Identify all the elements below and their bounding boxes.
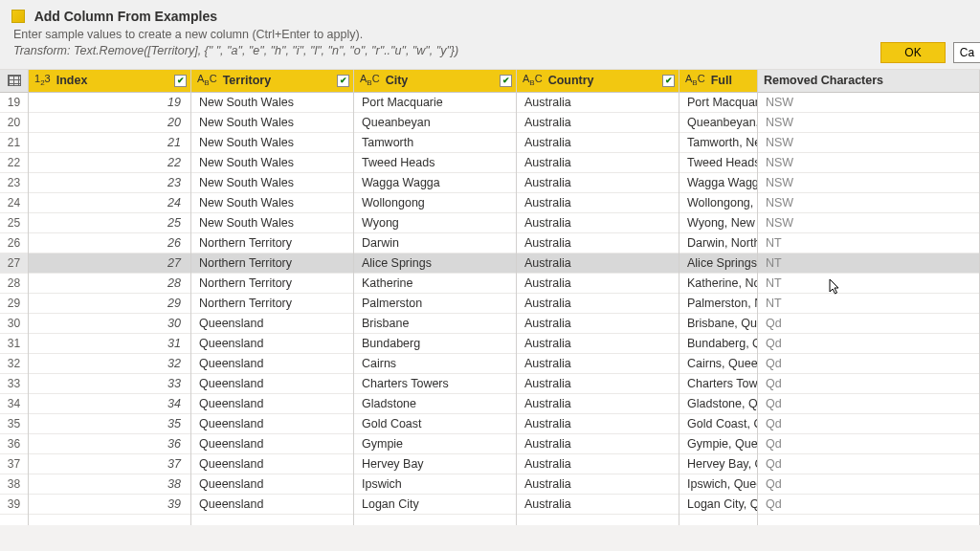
row-number[interactable]: 39 (0, 495, 28, 515)
column-header-index[interactable]: 123 Index ✔ (29, 70, 190, 93)
cell-index[interactable]: 26 (29, 233, 190, 253)
cell-city[interactable]: Hervey Bay (354, 454, 516, 474)
row-number[interactable]: 28 (0, 274, 28, 294)
cell-full[interactable]: Tamworth, Ne (679, 133, 757, 153)
cell-territory[interactable]: Northern Territory (191, 294, 353, 314)
cell-territory[interactable]: Queensland (191, 394, 353, 414)
cell-index[interactable]: 32 (29, 354, 190, 374)
cell-territory[interactable]: Queensland (191, 474, 353, 495)
cell-territory[interactable]: Queensland (191, 354, 353, 374)
cell-city[interactable]: Queanbeyan (354, 113, 516, 133)
cell-removed-characters[interactable]: Qd (758, 454, 979, 474)
cell-full[interactable]: Cairns, Queens (679, 354, 757, 374)
filter-icon[interactable]: ✔ (337, 75, 349, 87)
cell-removed-characters[interactable]: NSW (758, 193, 979, 213)
cell-city[interactable]: Charters Towers (354, 374, 516, 394)
cell-territory[interactable]: Queensland (191, 314, 353, 334)
cell-removed-characters[interactable]: NT (758, 274, 979, 294)
cell-full[interactable]: Ipswich, Queer (679, 474, 757, 495)
cell-city[interactable]: Gold Coast (354, 414, 516, 434)
column-header-city[interactable]: ABC City ✔ (354, 70, 516, 93)
cell-full[interactable]: Tweed Heads, (679, 153, 757, 173)
cell-city[interactable]: Ipswich (354, 474, 516, 495)
cell-removed-characters[interactable]: NT (758, 253, 979, 274)
cell-country[interactable]: Australia (517, 454, 679, 474)
cell-index[interactable]: 39 (29, 495, 190, 515)
filter-icon[interactable]: ✔ (662, 75, 675, 87)
cell-full[interactable]: Darwin, Northe (679, 233, 757, 253)
cell-city[interactable]: Tamworth (354, 133, 516, 153)
filter-icon[interactable]: ✔ (500, 75, 512, 87)
cell-city[interactable]: Wyong (354, 213, 516, 233)
row-number[interactable]: 23 (0, 173, 28, 193)
column-header-removed[interactable]: Removed Characters (758, 70, 979, 93)
data-grid[interactable]: 1920212223242526272829303132333435363738… (0, 70, 980, 525)
filter-icon[interactable]: ✔ (174, 75, 187, 87)
cell-country[interactable]: Australia (517, 133, 679, 153)
cell-territory[interactable]: Queensland (191, 434, 353, 454)
cell-removed-characters[interactable]: NT (758, 233, 979, 253)
cell-country[interactable]: Australia (517, 414, 679, 434)
cell-city[interactable]: Wagga Wagga (354, 173, 516, 193)
cell-removed-characters[interactable]: Qd (758, 334, 979, 354)
cell-full[interactable]: Wyong, New S (679, 213, 757, 233)
cell-index[interactable]: 20 (29, 113, 190, 133)
cell-full[interactable]: Wagga Wagga, (679, 173, 757, 193)
cell-country[interactable]: Australia (517, 173, 679, 193)
row-number[interactable]: 31 (0, 334, 28, 354)
row-number[interactable]: 22 (0, 153, 28, 173)
row-number[interactable]: 29 (0, 294, 28, 314)
cell-full[interactable]: Gympie, Quee (679, 434, 757, 454)
row-number[interactable]: 24 (0, 193, 28, 213)
row-number[interactable]: 36 (0, 434, 28, 454)
cell-country[interactable]: Australia (517, 334, 679, 354)
cell-index[interactable]: 29 (29, 294, 190, 314)
cell-territory[interactable]: New South Wales (191, 173, 353, 193)
cell-country[interactable]: Australia (517, 354, 679, 374)
row-number[interactable]: 27 (0, 253, 28, 274)
cell-territory[interactable]: New South Wales (191, 193, 353, 213)
cell-index[interactable]: 36 (29, 434, 190, 454)
cell-index[interactable]: 19 (29, 93, 190, 113)
cell-territory[interactable]: New South Wales (191, 213, 353, 233)
cell-index[interactable]: 24 (29, 193, 190, 213)
cell-city[interactable]: Darwin (354, 233, 516, 253)
cell-country[interactable]: Australia (517, 193, 679, 213)
cell-removed-characters[interactable]: Qd (758, 374, 979, 394)
cell-country[interactable]: Australia (517, 153, 679, 173)
cell-country[interactable]: Australia (517, 253, 679, 274)
cell-country[interactable]: Australia (517, 495, 679, 515)
cell-territory[interactable]: New South Wales (191, 133, 353, 153)
cell-index[interactable]: 22 (29, 153, 190, 173)
cell-full[interactable]: Hervey Bay, Qu (679, 454, 757, 474)
cell-removed-characters[interactable]: Qd (758, 474, 979, 495)
row-number[interactable]: 26 (0, 233, 28, 253)
row-number[interactable]: 20 (0, 113, 28, 133)
cell-full[interactable]: Alice Springs, N (679, 253, 757, 274)
cell-city[interactable]: Katherine (354, 274, 516, 294)
cell-removed-characters[interactable]: NSW (758, 213, 979, 233)
cell-full[interactable]: Charters Towe (679, 374, 757, 394)
cell-index[interactable]: 23 (29, 173, 190, 193)
cell-removed-characters[interactable]: Qd (758, 414, 979, 434)
cell-full[interactable]: Gladstone, Qu (679, 394, 757, 414)
cell-country[interactable]: Australia (517, 394, 679, 414)
cell-country[interactable]: Australia (517, 93, 679, 113)
row-number[interactable]: 30 (0, 314, 28, 334)
cell-index[interactable]: 33 (29, 374, 190, 394)
cell-removed-characters[interactable]: Qd (758, 354, 979, 374)
cell-country[interactable]: Australia (517, 233, 679, 253)
column-header-country[interactable]: ABC Country ✔ (517, 70, 679, 93)
cell-full[interactable]: Palmerston, Ne (679, 294, 757, 314)
cell-territory[interactable]: Queensland (191, 454, 353, 474)
cell-city[interactable]: Logan City (354, 495, 516, 515)
cell-country[interactable]: Australia (517, 294, 679, 314)
row-number[interactable]: 33 (0, 374, 28, 394)
row-number[interactable]: 38 (0, 474, 28, 495)
cell-city[interactable]: Gladstone (354, 394, 516, 414)
cell-index[interactable]: 31 (29, 334, 190, 354)
cell-full[interactable]: Gold Coast, Qu (679, 414, 757, 434)
cell-country[interactable]: Australia (517, 113, 679, 133)
row-number[interactable]: 21 (0, 133, 28, 153)
row-number[interactable]: 25 (0, 213, 28, 233)
